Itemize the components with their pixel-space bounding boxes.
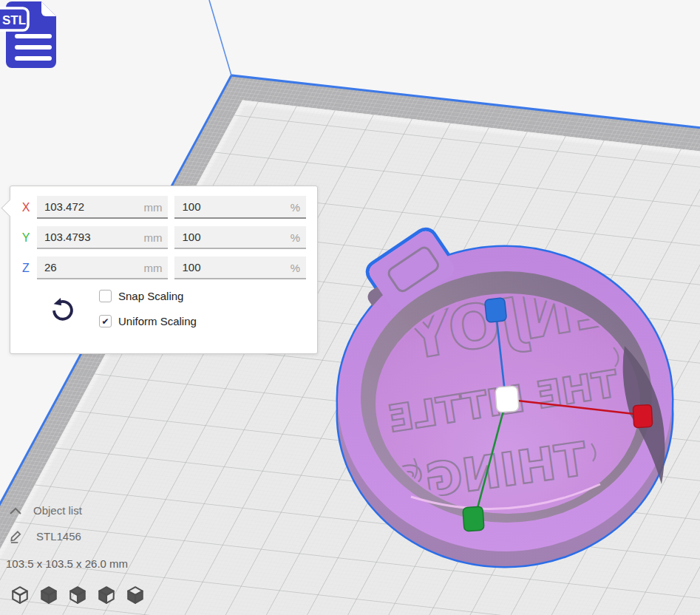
object-list-item[interactable]: STL1456 [9, 529, 81, 543]
axis-label-y: Y [15, 231, 37, 245]
reset-scale-button[interactable] [47, 293, 77, 326]
view-right-icon [126, 585, 145, 605]
scale-row-z: Z mm % [15, 256, 313, 279]
z-size-field: mm [37, 256, 169, 279]
chevron-up-icon [9, 506, 22, 515]
scale-handle-y[interactable] [463, 506, 484, 531]
view-left-icon [97, 585, 116, 605]
y-percent-field: % [174, 226, 306, 249]
view-front-button[interactable] [39, 585, 58, 605]
scale-row-x: X mm % [15, 196, 313, 219]
x-percent-field: % [174, 196, 306, 219]
z-percent-input[interactable] [174, 256, 306, 278]
scale-tool-panel: X mm % Y mm % Z mm [10, 186, 318, 354]
view-top-icon [68, 585, 87, 605]
view-3d-icon [10, 585, 30, 605]
scale-row-y: Y mm % [15, 226, 313, 249]
uniform-scaling-label: Uniform Scaling [118, 315, 197, 327]
view-top-button[interactable] [68, 585, 87, 605]
camera-view-bar [10, 585, 145, 605]
z-size-input[interactable] [37, 256, 169, 278]
view-front-icon [39, 585, 58, 605]
object-list-title: Object list [33, 504, 82, 517]
y-size-field: mm [37, 226, 169, 249]
y-percent-input[interactable] [174, 226, 306, 248]
model-dimensions-text: 103.5 x 103.5 x 26.0 mm [6, 557, 128, 570]
pencil-icon [9, 529, 23, 543]
y-size-input[interactable] [37, 226, 169, 248]
checkmark-icon: ✔ [99, 315, 112, 327]
x-percent-input[interactable] [174, 196, 306, 217]
cura-viewport: ENJOY THE LITTLE THINGS [0, 0, 700, 615]
object-item-name: STL1456 [36, 530, 81, 543]
snap-scaling-label: Snap Scaling [118, 290, 183, 302]
scale-handle-x[interactable] [633, 404, 653, 427]
build-volume-edge [209, 0, 231, 75]
scale-handle-z[interactable] [485, 298, 507, 323]
z-percent-field: % [174, 256, 306, 279]
view-3d-button[interactable] [10, 585, 30, 605]
object-list-header[interactable]: Object list [9, 504, 82, 517]
scale-handle-center[interactable] [495, 386, 519, 412]
x-size-input[interactable] [37, 196, 169, 217]
checkbox-box [99, 290, 112, 302]
stl-badge-text: STL [2, 13, 26, 27]
view-left-button[interactable] [97, 585, 116, 605]
x-size-field: mm [37, 196, 169, 219]
uniform-scaling-checkbox[interactable]: ✔ Uniform Scaling [99, 315, 197, 327]
reset-rotate-ccw-icon [50, 295, 75, 323]
view-right-button[interactable] [126, 585, 145, 605]
snap-scaling-checkbox[interactable]: Snap Scaling [99, 290, 197, 302]
axis-label-z: Z [15, 262, 37, 275]
stl-file-icon: STL [0, 0, 71, 71]
